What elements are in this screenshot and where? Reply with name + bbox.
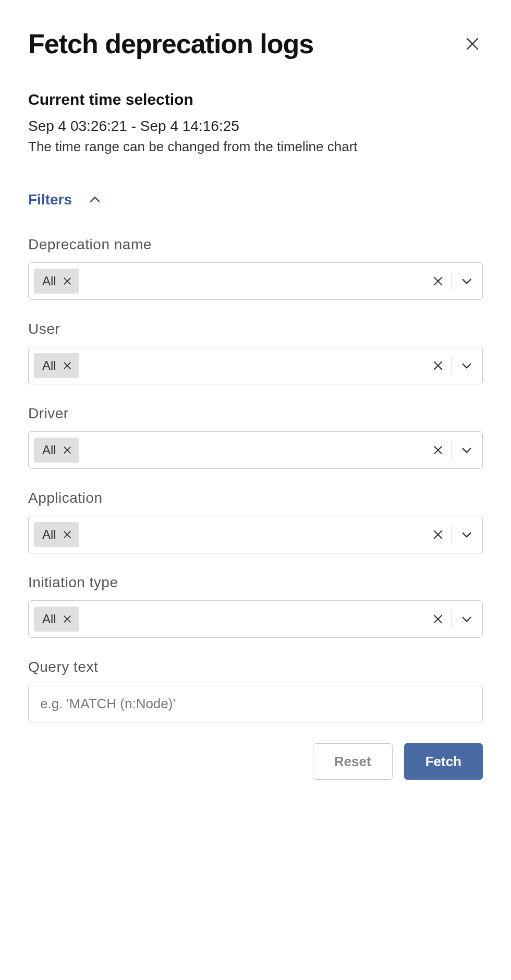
initiation_type-chip-remove[interactable]	[62, 613, 73, 625]
chevron-down-icon	[460, 528, 473, 541]
deprecation_name-dropdown-toggle[interactable]	[455, 270, 478, 293]
user-clear[interactable]	[428, 355, 448, 376]
deprecation_name-clear[interactable]	[428, 271, 448, 292]
driver-chip-remove[interactable]	[62, 444, 73, 456]
initiation_type-clear[interactable]	[428, 609, 448, 630]
field-label-query-text: Query text	[28, 659, 483, 675]
close-button[interactable]	[462, 33, 483, 54]
time-range-hint: The time range can be changed from the t…	[28, 139, 483, 155]
initiation_type-select[interactable]: All	[28, 600, 483, 638]
time-range-value: Sep 4 03:26:21 - Sep 4 14:16:25	[28, 118, 483, 135]
driver-chip: All	[34, 438, 79, 463]
filters-container: Deprecation nameAllUserAllDriverAllAppli…	[28, 236, 483, 638]
field-driver: DriverAll	[28, 405, 483, 469]
user-chip-label: All	[42, 358, 56, 373]
application-select[interactable]: All	[28, 516, 483, 553]
time-selection-label: Current time selection	[28, 91, 483, 108]
field-label-user: User	[28, 321, 483, 337]
application-chip-label: All	[42, 527, 56, 542]
close-icon	[62, 529, 72, 540]
field-application: ApplicationAll	[28, 490, 483, 553]
close-icon	[432, 613, 444, 625]
field-label-application: Application	[28, 490, 483, 506]
filters-toggle-label: Filters	[28, 191, 72, 208]
dialog-title: Fetch deprecation logs	[28, 28, 313, 59]
driver-chip-label: All	[42, 443, 56, 457]
user-select[interactable]: All	[28, 347, 483, 384]
user-chip-remove[interactable]	[62, 360, 73, 371]
close-icon	[432, 359, 444, 372]
field-label-driver: Driver	[28, 405, 483, 422]
close-icon	[62, 614, 72, 624]
driver-select[interactable]: All	[28, 431, 483, 469]
chevron-down-icon	[460, 359, 473, 372]
user-chip: All	[34, 353, 79, 378]
chevron-down-icon	[460, 274, 473, 288]
user-dropdown-toggle[interactable]	[455, 354, 478, 377]
chevron-down-icon	[460, 443, 473, 457]
driver-dropdown-toggle[interactable]	[455, 439, 478, 462]
close-icon	[432, 528, 444, 541]
close-icon	[465, 36, 480, 52]
reset-button[interactable]: Reset	[313, 743, 393, 780]
application-chip-remove[interactable]	[62, 529, 73, 540]
field-initiation_type: Initiation typeAll	[28, 574, 483, 638]
chevron-up-icon	[88, 192, 102, 207]
close-icon	[62, 276, 72, 286]
close-icon	[432, 444, 444, 456]
application-dropdown-toggle[interactable]	[455, 523, 478, 546]
filters-toggle[interactable]: Filters	[28, 191, 483, 208]
fetch-button[interactable]: Fetch	[404, 743, 483, 780]
application-clear[interactable]	[428, 524, 448, 545]
application-chip: All	[34, 522, 79, 547]
fetch-deprecation-logs-dialog: Fetch deprecation logs Current time sele…	[0, 0, 511, 808]
field-query-text: Query text	[28, 659, 483, 722]
initiation_type-chip-label: All	[42, 612, 56, 626]
field-label-initiation_type: Initiation type	[28, 574, 483, 591]
field-label-deprecation_name: Deprecation name	[28, 236, 483, 253]
initiation_type-chip: All	[34, 607, 79, 632]
field-deprecation_name: Deprecation nameAll	[28, 236, 483, 300]
chevron-down-icon	[460, 612, 473, 626]
deprecation_name-chip-label: All	[42, 274, 56, 288]
dialog-header: Fetch deprecation logs	[28, 28, 483, 59]
close-icon	[62, 445, 72, 455]
driver-clear[interactable]	[428, 440, 448, 461]
initiation_type-dropdown-toggle[interactable]	[455, 608, 478, 631]
deprecation_name-select[interactable]: All	[28, 262, 483, 300]
deprecation_name-chip: All	[34, 269, 79, 294]
dialog-actions: Reset Fetch	[28, 743, 483, 780]
close-icon	[62, 360, 72, 371]
close-icon	[432, 275, 444, 287]
deprecation_name-chip-remove[interactable]	[62, 275, 73, 287]
query-text-input[interactable]	[28, 685, 483, 722]
field-user: UserAll	[28, 321, 483, 384]
